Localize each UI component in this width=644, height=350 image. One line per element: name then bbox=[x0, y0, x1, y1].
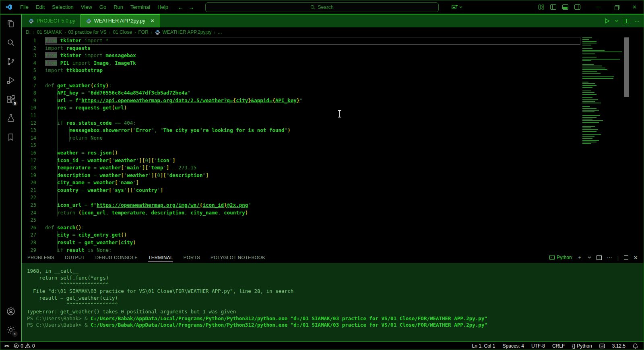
problems-status[interactable]: 0 0 bbox=[14, 343, 35, 349]
eol-sequence[interactable]: CRLF bbox=[552, 343, 565, 349]
toggle-primary-sidebar-icon[interactable] bbox=[550, 4, 556, 10]
terminal-output[interactable]: 1968, in __call__ return self.func(*args… bbox=[22, 263, 644, 342]
split-editor-icon[interactable] bbox=[624, 19, 629, 23]
toggle-secondary-sidebar-icon[interactable] bbox=[574, 4, 580, 10]
settings-gear-icon[interactable]: 1 bbox=[6, 325, 16, 335]
language-mode[interactable]: {} Python bbox=[572, 343, 592, 349]
panel-tab-terminal[interactable]: TERMINAL bbox=[148, 253, 173, 262]
search-input[interactable]: Search bbox=[205, 2, 439, 12]
code-line[interactable]: from tkinter import messagebox bbox=[45, 52, 580, 60]
code-line[interactable]: icon_id = weather['weather'][0]['icon'] bbox=[45, 157, 580, 165]
source-control-icon[interactable] bbox=[6, 56, 16, 67]
encoding[interactable]: UTF-8 bbox=[531, 343, 545, 349]
explorer-icon[interactable] bbox=[6, 19, 16, 29]
run-python-file-button[interactable] bbox=[605, 18, 610, 24]
menu-item-view[interactable]: View bbox=[77, 3, 96, 11]
split-terminal-icon[interactable] bbox=[597, 255, 602, 260]
extension-status-icon[interactable] bbox=[599, 344, 605, 348]
code-line[interactable]: city = city_entry.get() bbox=[45, 231, 580, 239]
run-dropdown-chevron-icon[interactable] bbox=[615, 20, 619, 22]
forward-arrow-icon[interactable]: → bbox=[188, 4, 194, 10]
code-token: weather bbox=[127, 172, 148, 178]
menu-item-selection[interactable]: Selection bbox=[48, 3, 77, 11]
search-view-icon[interactable] bbox=[6, 37, 16, 48]
menu-item-help[interactable]: Help bbox=[154, 3, 172, 11]
code-line[interactable]: if res.status_code == 404: bbox=[45, 119, 580, 127]
menu-item-file[interactable]: File bbox=[17, 3, 32, 11]
editor-tab[interactable]: PROJECT 5.0.py bbox=[23, 14, 80, 27]
restore-button[interactable] bbox=[607, 0, 625, 14]
breadcrumb-item[interactable]: ... bbox=[218, 29, 222, 35]
breadcrumb-item[interactable]: D: bbox=[26, 29, 31, 35]
code-line[interactable]: country = weather['sys']['country'] bbox=[45, 187, 580, 194]
accounts-icon[interactable] bbox=[6, 306, 16, 317]
menu-item-go[interactable]: Go bbox=[96, 3, 110, 11]
code-line[interactable]: def get_weather(city): bbox=[45, 82, 580, 90]
panel-tab-problems[interactable]: PROBLEMS bbox=[27, 253, 54, 262]
code-line[interactable]: API_key = "6dd76556c8c44a8547df3cb5ad72b… bbox=[45, 89, 580, 97]
tab-close-icon[interactable]: ✕ bbox=[151, 18, 155, 24]
code-line[interactable] bbox=[45, 194, 580, 202]
close-panel-icon[interactable]: ✕ bbox=[634, 255, 638, 261]
breadcrumb-item[interactable]: WEATHER APP.2py.py bbox=[163, 29, 212, 35]
code-line[interactable] bbox=[45, 112, 580, 119]
terminal-profile-label[interactable]: ›_ Python bbox=[549, 255, 572, 260]
panel-tab-ports[interactable]: PORTS bbox=[184, 253, 200, 262]
cursor-position[interactable]: Ln 1, Col 1 bbox=[472, 343, 495, 349]
breadcrumb-item[interactable]: FOR bbox=[138, 29, 148, 35]
code-line[interactable] bbox=[45, 74, 580, 82]
menu-item-run[interactable]: Run bbox=[110, 3, 127, 11]
toggle-panel-icon[interactable] bbox=[562, 4, 568, 10]
indentation[interactable]: Spaces: 4 bbox=[503, 343, 524, 349]
panel-tab-output[interactable]: OUTPUT bbox=[65, 253, 85, 262]
code-line[interactable]: icon_url = f"https://openweathermap.org/… bbox=[45, 202, 580, 209]
code-line[interactable]: description = weather['weather'][0]["des… bbox=[45, 172, 580, 179]
minimap[interactable] bbox=[582, 37, 623, 147]
notifications-bell-icon[interactable] bbox=[633, 343, 638, 349]
editor-tab[interactable]: WEATHER APP.2py.py✕ bbox=[80, 14, 160, 27]
code-line[interactable]: res = requests.get(url) bbox=[45, 104, 580, 112]
terminal-more-actions-icon[interactable]: ⋯ bbox=[607, 255, 612, 261]
python-version[interactable]: 3.12.5 bbox=[612, 343, 625, 349]
device-sync-button[interactable] bbox=[452, 4, 462, 10]
scrollbar-thumb[interactable] bbox=[624, 37, 629, 97]
editor-more-actions-icon[interactable]: ⋯ bbox=[634, 18, 640, 24]
code-line[interactable]: temperature = weather['main']['temp'] - … bbox=[45, 164, 580, 172]
minimize-button[interactable] bbox=[589, 0, 607, 14]
back-arrow-icon[interactable]: ← bbox=[178, 4, 184, 10]
code-line[interactable] bbox=[45, 216, 580, 224]
panel-tab-debug-console[interactable]: DEBUG CONSOLE bbox=[95, 253, 138, 262]
menu-item-edit[interactable]: Edit bbox=[32, 3, 48, 11]
terminal-dropdown-chevron-icon[interactable] bbox=[588, 256, 591, 259]
code-line[interactable]: from PIL import Image, ImageTk bbox=[45, 60, 580, 67]
maximize-panel-icon[interactable] bbox=[624, 255, 628, 260]
menu-item-terminal[interactable]: Terminal bbox=[127, 3, 154, 11]
code-line[interactable]: return (icon_url, temperature, descripti… bbox=[45, 209, 580, 217]
editor-scrollbar[interactable] bbox=[623, 37, 644, 252]
code-line[interactable]: city_name = weather['name'] bbox=[45, 179, 580, 187]
remote-indicator[interactable]: >< bbox=[4, 343, 8, 348]
extensions-icon[interactable]: 5 bbox=[6, 94, 16, 105]
code-line[interactable]: import ttkbootstrap bbox=[45, 67, 580, 74]
code-line[interactable]: if result is None: bbox=[45, 247, 580, 252]
code-line[interactable]: import requests bbox=[45, 45, 580, 52]
new-terminal-button[interactable]: ＋ bbox=[577, 254, 582, 261]
customize-layout-icon[interactable] bbox=[538, 4, 544, 10]
bookmarks-icon[interactable] bbox=[6, 132, 16, 142]
code-line[interactable]: def search(): bbox=[45, 224, 580, 232]
run-debug-icon[interactable] bbox=[6, 75, 16, 86]
code-line[interactable]: result = get_weather(city) bbox=[45, 239, 580, 247]
breadcrumb-item[interactable]: 03 practice for VS bbox=[68, 29, 106, 35]
panel-tab-polyglot-notebook[interactable]: POLYGLOT NOTEBOOK bbox=[211, 253, 265, 262]
code-editor[interactable]: 1234567891011121314151617181920212223242… bbox=[22, 37, 644, 252]
breadcrumb-item[interactable]: 01 Close bbox=[113, 29, 132, 35]
code-line[interactable]: url = f"https://api.openweathermap.org/d… bbox=[45, 97, 580, 105]
code-line[interactable]: return None bbox=[45, 134, 580, 142]
breadcrumb-item[interactable]: 01 SIAMAK bbox=[37, 29, 62, 35]
code-line[interactable] bbox=[45, 142, 580, 149]
testing-icon[interactable] bbox=[6, 113, 16, 124]
code-line[interactable]: from tkinter import * bbox=[45, 37, 580, 45]
close-window-button[interactable]: ✕ bbox=[625, 0, 644, 14]
code-line[interactable]: messagebox.showerror("Error", "The city … bbox=[45, 127, 580, 134]
code-line[interactable]: weather = res.json() bbox=[45, 149, 580, 157]
